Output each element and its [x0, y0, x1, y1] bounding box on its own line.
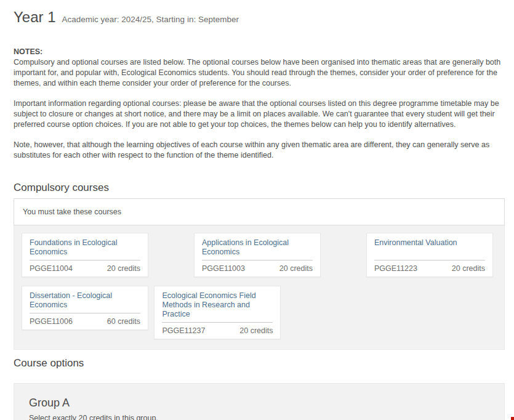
compulsory-courses-heading: Compulsory courses	[14, 182, 505, 194]
course-card-meta: PGGE11223 20 credits	[374, 260, 485, 273]
course-credits: 20 credits	[452, 264, 485, 273]
group-instruction: Select exactly 20 credits in this group.	[29, 414, 504, 420]
notes-paragraph: Note, however, that although the learnin…	[14, 140, 505, 161]
course-title-link[interactable]: Ecological Economics Field Methods in Re…	[162, 291, 273, 323]
course-card-meta: PGGE11003 20 credits	[202, 260, 313, 273]
notes-paragraph: Important information regarding optional…	[14, 99, 505, 130]
course-card[interactable]: Environmental Valuation PGGE11223 20 cre…	[366, 233, 493, 277]
course-credits: 20 credits	[279, 264, 313, 273]
course-title-link[interactable]: Applications in Ecological Economics	[202, 238, 313, 260]
course-card-meta: PGGE11237 20 credits	[162, 323, 273, 335]
corner-red-fragment	[511, 417, 514, 420]
page-title: Year 1	[14, 9, 56, 26]
course-card-list: Foundations in Ecological Economics PGGE…	[14, 225, 505, 350]
notes-paragraph: Compulsory and optional courses are list…	[14, 57, 505, 89]
notes-label: NOTES:	[14, 47, 505, 57]
compulsory-courses-section: Compulsory courses You must take these c…	[14, 182, 505, 350]
course-options-section: Course options Group A Select exactly 20…	[14, 357, 505, 420]
course-card-meta: PGGE11006 60 credits	[30, 313, 140, 326]
course-credits: 20 credits	[107, 264, 140, 273]
course-options-heading: Course options	[14, 357, 505, 370]
course-title-link[interactable]: Dissertation - Ecological Economics	[30, 291, 140, 313]
course-credits: 20 credits	[239, 326, 273, 335]
course-card[interactable]: Applications in Ecological Economics PGG…	[194, 233, 321, 277]
compulsory-rule-text: You must take these courses	[23, 208, 121, 216]
course-title-link[interactable]: Foundations in Ecological Economics	[30, 238, 140, 260]
option-group-a: Group A Select exactly 20 credits in thi…	[14, 383, 505, 420]
group-name: Group A	[29, 397, 504, 410]
page-subtitle: Academic year: 2024/25, Starting in: Sep…	[62, 15, 239, 24]
course-card[interactable]: Ecological Economics Field Methods in Re…	[154, 286, 281, 339]
course-card[interactable]: Foundations in Ecological Economics PGGE…	[22, 233, 148, 277]
course-credits: 60 credits	[107, 317, 140, 326]
course-code: PGGE11223	[374, 264, 417, 273]
course-title-link[interactable]: Environmental Valuation	[374, 238, 485, 260]
compulsory-rule-box: You must take these courses	[14, 198, 505, 225]
course-card[interactable]: Dissertation - Ecological Economics PGGE…	[22, 286, 148, 330]
notes-section: NOTES: Compulsory and optional courses a…	[14, 47, 505, 161]
course-code: PGGE11004	[30, 264, 73, 273]
course-card-meta: PGGE11004 20 credits	[30, 260, 140, 273]
page-header: Year 1 Academic year: 2024/25, Starting …	[14, 9, 514, 26]
course-code: PGGE11003	[202, 264, 245, 273]
course-code: PGGE11006	[30, 317, 73, 326]
course-code: PGGE11237	[162, 326, 205, 335]
